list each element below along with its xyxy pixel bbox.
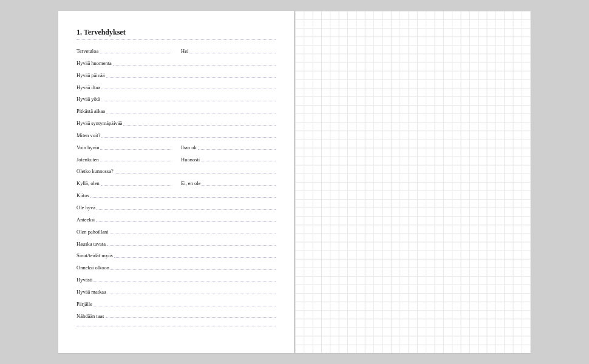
term-label: Sinut/teidät myös [77,253,113,258]
term-label: Huonosti [181,157,200,163]
term-label: Hauska tavata [77,241,106,247]
heading-underline [77,39,276,40]
dotted-fill-line [96,221,276,222]
vocabulary-row: Kiitos [77,193,276,198]
term-label: Ei, en ole [181,181,200,186]
dotted-fill-line [94,306,276,306]
vocabulary-row: Hyvää matkaa [77,289,276,295]
dotted-fill-line [113,65,276,66]
term-label: Kiitos [77,193,89,198]
dotted-fill-line [111,269,276,270]
dotted-fill-line [107,245,276,246]
vocabulary-row: Pitkästä aikaa [77,109,276,114]
dotted-fill-line [94,281,276,282]
vocabulary-term: Hei [181,49,276,54]
vocabulary-row: Olen pahoillani [77,229,276,235]
term-label: Hyvää iltaa [77,85,100,90]
vocabulary-term: Hyvää iltaa [77,85,276,90]
vocabulary-row: Hyvää päivää [77,73,276,78]
vocabulary-term: Oletko kunnossa? [77,169,276,174]
vocabulary-term: Hyvää päivää [77,73,276,78]
vocabulary-term: Huonosti [181,157,276,163]
page-spread: 1. Tervehdykset TervetuloaHeiHyvää huome… [58,11,531,353]
dotted-fill-line [101,101,276,101]
dotted-fill-line [100,161,171,161]
vocabulary-term: Ei, en ole [181,181,276,186]
vocabulary-row: Oletko kunnossa? [77,169,276,174]
vocabulary-row: Miten voit? [77,133,276,138]
term-label: Oletko kunnossa? [77,169,114,174]
vocabulary-row: TervetuloaHei [77,49,276,54]
term-label: Hyvää syntymäpäivää [77,121,122,126]
dotted-fill-line [106,317,276,318]
vocabulary-term: Anteeksi [77,217,276,223]
term-label: Anteeksi [77,217,95,223]
term-label: Voin hyvin [77,145,99,150]
dotted-fill-line [100,149,171,150]
term-label: Hei [181,49,188,54]
vocabulary-term: Hyvää huomenta [77,61,276,66]
vocabulary-row: Sinut/teidät myös [77,253,276,258]
term-label: Miten voit? [77,133,100,138]
vocabulary-term: Nähdään taas [77,314,276,319]
trailing-dotted-line [77,326,276,326]
dotted-fill-line [198,149,276,150]
vocabulary-row: Kyllä, olenEi, en ole [77,181,276,186]
vocabulary-term: Miten voit? [77,133,276,138]
term-label: Kyllä, olen [77,181,100,186]
vocabulary-term: Tervetuloa [77,49,171,54]
dotted-fill-line [115,173,276,174]
term-label: Tervetuloa [77,49,98,54]
vocabulary-row: Hyvää yötä [77,96,276,102]
term-label: Olen pahoillani [77,229,109,235]
term-label: Hyvästi [77,277,92,283]
vocabulary-term: Kiitos [77,193,276,198]
term-label: Pitkästä aikaa [77,109,105,114]
vocabulary-term: Hyvää matkaa [77,289,276,295]
vocabulary-term: Onneksi olkoon [77,265,276,271]
term-label: Jotenkuten [77,157,99,163]
dotted-fill-line [123,125,276,126]
term-label: Hyvää yötä [77,96,100,102]
vocabulary-term: Hyvää syntymäpäivää [77,121,276,126]
dotted-fill-line [201,161,276,161]
term-label: Ole hyvä [77,205,95,211]
right-page-grid [295,11,531,353]
term-label: Hyvää päivää [77,73,105,78]
dotted-fill-line [114,257,276,258]
vocabulary-term: Sinut/teidät myös [77,253,276,258]
dotted-fill-line [101,89,276,89]
dotted-fill-line [202,185,276,186]
term-label: Hyvää huomenta [77,61,112,66]
term-label: Ihan ok [181,145,197,150]
vocabulary-term: Hauska tavata [77,241,276,247]
vocabulary-row: Hyvää huomenta [77,61,276,66]
vocabulary-term: Pitkästä aikaa [77,109,276,114]
left-page: 1. Tervehdykset TervetuloaHeiHyvää huome… [58,11,294,353]
term-label: Nähdään taas [77,314,104,319]
dotted-fill-line [106,77,276,78]
vocabulary-row: Hyvästi [77,277,276,283]
vocabulary-term: Pärjäile [77,302,276,307]
vocabulary-term: Hyvää yötä [77,96,276,102]
term-label: Onneksi olkoon [77,265,109,271]
dotted-fill-line [106,113,276,113]
vocabulary-row: Anteeksi [77,217,276,223]
vocabulary-term: Olen pahoillani [77,229,276,235]
vocabulary-row: Ole hyvä [77,205,276,211]
vocabulary-row: Hyvää iltaa [77,85,276,90]
term-label: Hyvää matkaa [77,289,106,295]
vocabulary-row: Pärjäile [77,302,276,307]
dotted-fill-line [110,234,276,234]
dotted-fill-line [101,137,276,138]
vocabulary-term: Hyvästi [77,277,276,283]
vocabulary-row: Nähdään taas [77,314,276,319]
vocabulary-term: Jotenkuten [77,157,171,163]
vocabulary-term: Voin hyvin [77,145,171,150]
vocabulary-row: Onneksi olkoon [77,265,276,271]
vocabulary-term: Ole hyvä [77,205,276,211]
dotted-fill-line [189,53,276,53]
dotted-fill-line [101,185,171,186]
vocabulary-row: JotenkutenHuonosti [77,157,276,163]
vocabulary-row: Hauska tavata [77,241,276,247]
